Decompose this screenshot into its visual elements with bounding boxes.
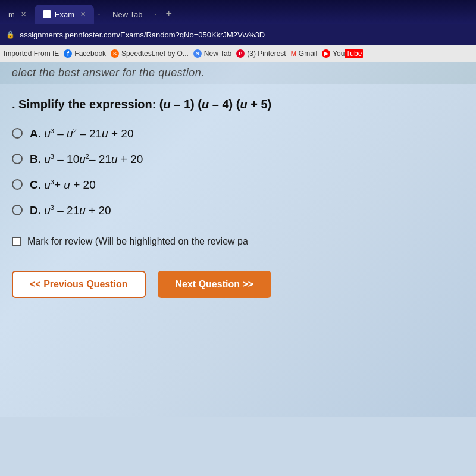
page-instruction: elect the best answer for the question. xyxy=(0,62,476,84)
tab-separator-1: · xyxy=(94,8,104,20)
tab-m[interactable]: m ✕ xyxy=(0,5,35,24)
answer-option-b[interactable]: B. u3 – 10u2– 21u + 20 xyxy=(12,152,458,167)
answer-letter-b: B. xyxy=(30,153,41,165)
bookmark-youtube[interactable]: ▶ YouTube xyxy=(322,49,363,58)
tab-newtab[interactable]: New Tab xyxy=(104,5,151,24)
question-number: . xyxy=(12,98,15,111)
next-question-button[interactable]: Next Question >> xyxy=(158,271,272,298)
bookmark-facebook[interactable]: f Facebook xyxy=(64,49,106,58)
main-content: . Simplify the expression: (u – 1) (u – … xyxy=(0,84,476,417)
tab-bar: m ✕ Exam ✕ · New Tab · + xyxy=(0,0,476,24)
answer-option-d[interactable]: D. u3 – 21u + 20 xyxy=(12,203,458,218)
bookmarks-bar: Imported From IE f Facebook S Speedtest.… xyxy=(0,45,476,62)
bookmark-youtube-label: YouTube xyxy=(333,49,363,58)
bookmark-ie[interactable]: Imported From IE xyxy=(4,49,59,58)
tab-exam-label: Exam xyxy=(55,10,74,19)
bookmark-ie-label: Imported From IE xyxy=(4,49,59,58)
prev-question-button[interactable]: << Previous Question xyxy=(12,271,146,298)
bookmark-speedtest[interactable]: S Speedtest.net by O... xyxy=(111,49,189,58)
radio-c[interactable] xyxy=(12,179,23,190)
bookmark-pinterest-label: (3) Pinterest xyxy=(247,49,286,58)
address-bar: 🔒 assignments.pennfoster.com/Exams/Rando… xyxy=(0,24,476,45)
answer-label-d: D. u3 – 21u + 20 xyxy=(30,203,111,218)
bookmark-newtab-label: New Tab xyxy=(204,49,231,58)
youtube-icon: ▶ xyxy=(322,49,330,58)
bookmark-speedtest-label: Speedtest.net by O... xyxy=(121,49,189,58)
answer-label-c: C. u3+ u + 20 xyxy=(30,178,96,193)
radio-b[interactable] xyxy=(12,154,23,164)
facebook-icon: f xyxy=(64,49,72,58)
review-checkbox[interactable] xyxy=(12,237,21,246)
newtab-icon: N xyxy=(193,49,202,58)
nav-buttons: << Previous Question Next Question >> xyxy=(12,265,458,304)
bookmark-gmail-label: Gmail xyxy=(299,49,317,58)
answer-letter-c: C. xyxy=(30,178,41,191)
speedtest-icon: S xyxy=(111,49,119,58)
radio-d[interactable] xyxy=(12,205,23,215)
answer-option-a[interactable]: A. u3 – u2 – 21u + 20 xyxy=(12,127,458,142)
pinterest-icon: P xyxy=(236,49,245,58)
tab-separator-2: · xyxy=(151,8,161,20)
radio-a[interactable] xyxy=(12,128,23,139)
instruction-text: elect the best answer for the question. xyxy=(12,67,205,79)
tab-exam[interactable]: Exam ✕ xyxy=(35,5,94,24)
answer-letter-d: D. xyxy=(30,204,41,217)
bookmark-gmail[interactable]: M Gmail xyxy=(291,49,318,58)
tab-m-close[interactable]: ✕ xyxy=(21,11,26,18)
answer-options: A. u3 – u2 – 21u + 20 B. u3 – 10u2– 21u … xyxy=(12,127,458,218)
browser-chrome: m ✕ Exam ✕ · New Tab · + 🔒 assignments.p… xyxy=(0,0,476,62)
tab-exam-icon xyxy=(43,10,51,18)
answer-option-c[interactable]: C. u3+ u + 20 xyxy=(12,178,458,193)
answer-letter-a: A. xyxy=(30,127,41,140)
bookmark-pinterest[interactable]: P (3) Pinterest xyxy=(236,49,286,58)
lock-icon: 🔒 xyxy=(6,30,15,39)
gmail-icon: M xyxy=(291,50,296,57)
tab-newtab-label: New Tab xyxy=(112,10,142,19)
mark-review[interactable]: Mark for review (Will be highlighted on … xyxy=(12,236,458,247)
tab-exam-close[interactable]: ✕ xyxy=(80,11,86,18)
tab-add-button[interactable]: + xyxy=(161,5,177,23)
tab-m-label: m xyxy=(8,10,15,19)
question-text: . Simplify the expression: (u – 1) (u – … xyxy=(12,96,458,112)
address-text[interactable]: assignments.pennfoster.com/Exams/Random?… xyxy=(20,30,470,39)
answer-label-a: A. u3 – u2 – 21u + 20 xyxy=(30,127,133,142)
answer-label-b: B. u3 – 10u2– 21u + 20 xyxy=(30,152,143,167)
bookmark-facebook-label: Facebook xyxy=(74,49,106,58)
bookmark-newtab[interactable]: N New Tab xyxy=(193,49,231,58)
review-text: Mark for review (Will be highlighted on … xyxy=(27,236,248,247)
